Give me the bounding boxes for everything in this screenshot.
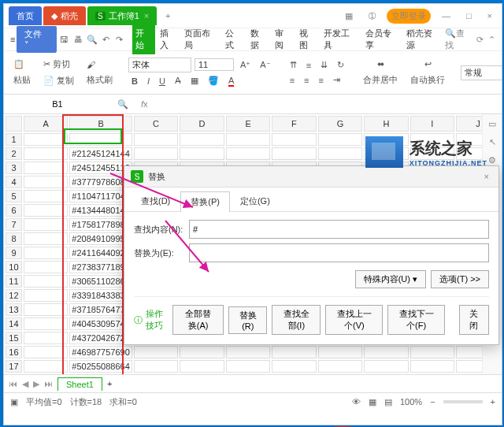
close-dialog-button[interactable]: 关闭: [459, 305, 489, 335]
col-header[interactable]: B: [69, 116, 132, 132]
user-icon[interactable]: ➀: [364, 9, 380, 23]
row-header[interactable]: 6: [6, 204, 22, 217]
cell[interactable]: #20849109958: [69, 232, 132, 245]
cell[interactable]: [24, 346, 68, 358]
cell[interactable]: [272, 360, 316, 373]
dialog-titlebar[interactable]: S 替换 ×: [124, 166, 498, 188]
tab-find[interactable]: 查找(D): [131, 191, 180, 211]
cell[interactable]: [24, 232, 68, 245]
border-button[interactable]: ▦: [187, 74, 202, 87]
cell[interactable]: [24, 204, 68, 217]
prev-sheet-icon[interactable]: ◀: [22, 379, 28, 389]
cell[interactable]: [272, 133, 316, 146]
col-header[interactable]: H: [364, 116, 409, 132]
find-next-button[interactable]: 查找下一个(F): [387, 305, 445, 335]
tab-dev[interactable]: 开发工具: [321, 24, 360, 54]
tab-formula[interactable]: 公式: [222, 24, 245, 54]
pointer-tool-icon[interactable]: ↖: [489, 137, 496, 147]
login-button[interactable]: 立即登录: [387, 9, 431, 24]
cell[interactable]: #17581778984: [69, 218, 132, 231]
col-header[interactable]: D: [180, 116, 224, 132]
cut-button[interactable]: ✂ 剪切: [40, 57, 77, 72]
page-view-icon[interactable]: ▤: [384, 397, 392, 407]
redo-icon[interactable]: ↷: [113, 33, 126, 46]
row-header[interactable]: 14: [6, 317, 22, 330]
name-box[interactable]: [4, 98, 111, 110]
first-sheet-icon[interactable]: ⏮: [9, 379, 17, 388]
cell[interactable]: #37185764779: [69, 303, 132, 316]
cell[interactable]: [226, 346, 270, 358]
cell[interactable]: [180, 346, 224, 358]
cell[interactable]: [24, 147, 68, 160]
find-all-button[interactable]: 查找全部(I): [272, 305, 321, 335]
zoom-out-button[interactable]: −: [430, 397, 435, 407]
align-top-icon[interactable]: ⇈: [287, 58, 300, 72]
tab-layout[interactable]: 页面布局: [181, 24, 220, 54]
cell[interactable]: #21245124144: [69, 147, 132, 160]
tab-resource[interactable]: 稻壳资源: [403, 24, 443, 54]
col-header[interactable]: F: [272, 116, 316, 132]
font-color-button[interactable]: A: [225, 74, 237, 88]
special-content-button[interactable]: 特殊内容(U) ▾: [355, 270, 426, 288]
align-center-icon[interactable]: ≡: [301, 74, 312, 87]
tab-view[interactable]: 视图: [296, 24, 319, 54]
cell[interactable]: [410, 346, 454, 358]
collapse-icon[interactable]: ⌃: [488, 35, 495, 45]
row-header[interactable]: 1: [6, 133, 22, 146]
cell[interactable]: [134, 147, 179, 160]
last-sheet-icon[interactable]: ⏭: [44, 379, 53, 388]
row-header[interactable]: 13: [6, 303, 22, 316]
sync-icon[interactable]: ⟳: [476, 35, 484, 45]
row-header[interactable]: 8: [6, 232, 22, 245]
col-header[interactable]: G: [318, 116, 363, 132]
search-icon[interactable]: 🔍查找: [445, 28, 472, 51]
cell[interactable]: #11047117046: [69, 190, 132, 202]
replace-input[interactable]: [189, 243, 489, 262]
cell[interactable]: [410, 133, 454, 146]
cell[interactable]: [180, 360, 224, 373]
cell[interactable]: [134, 346, 179, 358]
print-icon[interactable]: 🖶: [72, 33, 84, 46]
cell[interactable]: [134, 360, 179, 373]
row-header[interactable]: 17: [6, 360, 22, 373]
view-icon[interactable]: 👁: [352, 397, 361, 407]
cell[interactable]: [410, 147, 454, 160]
tab-insert[interactable]: 插入: [157, 24, 180, 54]
cell[interactable]: [24, 261, 68, 273]
cell[interactable]: [24, 247, 68, 259]
settings-icon[interactable]: ⚙: [488, 155, 496, 165]
tips-link[interactable]: ⓘ 操作技巧: [134, 308, 168, 332]
grid-icon[interactable]: ▦: [340, 9, 358, 23]
cell[interactable]: #33918433838: [69, 289, 132, 302]
fx-icon[interactable]: fx: [135, 99, 154, 109]
cell[interactable]: [364, 133, 409, 146]
cell[interactable]: [226, 147, 270, 160]
cell[interactable]: #41344480144: [69, 204, 132, 217]
cell[interactable]: [318, 360, 363, 373]
cell[interactable]: [364, 360, 409, 373]
row-header[interactable]: 3: [6, 162, 22, 174]
col-header[interactable]: I: [410, 116, 454, 132]
row-header[interactable]: 7: [6, 218, 22, 231]
align-bot-icon[interactable]: ⇊: [317, 58, 331, 72]
cell[interactable]: [364, 346, 409, 358]
minimize-button[interactable]: —: [437, 9, 455, 22]
cell[interactable]: [69, 133, 132, 146]
row-header[interactable]: 2: [6, 147, 22, 160]
row-header[interactable]: 15: [6, 332, 22, 344]
row-header[interactable]: 12: [6, 289, 22, 302]
cell[interactable]: [24, 360, 68, 373]
sheet-tab[interactable]: Sheet1: [57, 377, 102, 391]
tab-data[interactable]: 数据: [247, 24, 270, 54]
cell[interactable]: #40453095749: [69, 317, 132, 330]
close-button[interactable]: ×: [483, 9, 497, 22]
cell[interactable]: [24, 190, 68, 202]
cell[interactable]: [24, 176, 68, 188]
underline-button[interactable]: U: [156, 75, 169, 87]
cell[interactable]: [318, 133, 363, 146]
cell[interactable]: [180, 133, 224, 146]
cell[interactable]: [180, 147, 224, 160]
cancel-icon[interactable]: 🔍: [111, 99, 135, 110]
add-sheet-button[interactable]: +: [107, 379, 112, 388]
number-format-select[interactable]: 常规: [461, 65, 502, 80]
